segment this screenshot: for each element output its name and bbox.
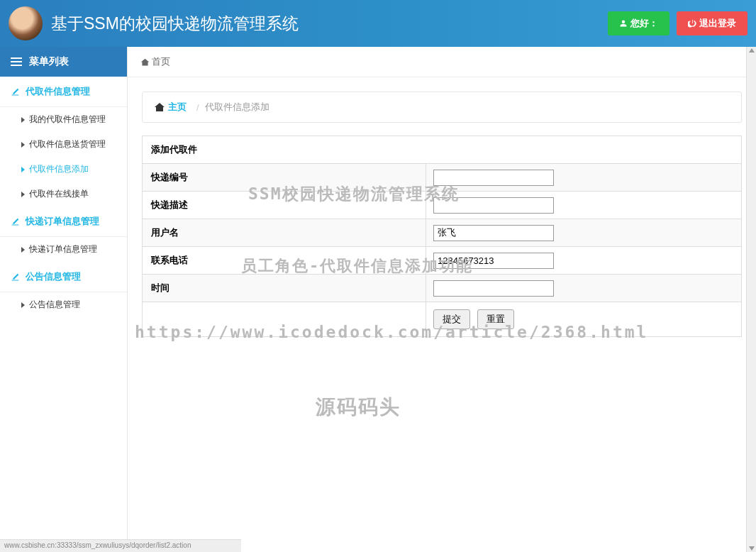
breadcrumb-panel: 主页 / 代取件信息添加	[142, 92, 742, 123]
menu-item-notice-mgmt[interactable]: 公告信息管理	[0, 292, 127, 317]
menu-item-accept-online[interactable]: 代取件在线接单	[0, 182, 127, 206]
content: 首页 主页 / 代取件信息添加 添加代取件 快递编号 快递描述	[128, 47, 756, 552]
menu-category-label: 代取件信息管理	[26, 85, 90, 98]
form-title: 添加代取件	[143, 136, 742, 164]
logout-label: 退出登录	[699, 17, 736, 30]
main-wrapper: 菜单列表 代取件信息管理 我的代取件信息管理 代取件信息送货管理 代取件信息添加…	[0, 47, 756, 552]
caret-icon	[21, 302, 25, 308]
caret-icon	[21, 192, 25, 197]
input-express-desc[interactable]	[433, 197, 554, 214]
sidebar: 菜单列表 代取件信息管理 我的代取件信息管理 代取件信息送货管理 代取件信息添加…	[0, 47, 128, 552]
sidebar-header-label: 菜单列表	[29, 55, 69, 68]
home-icon	[140, 57, 150, 67]
user-icon	[619, 19, 628, 28]
menu-item-add-pickup[interactable]: 代取件信息添加	[0, 157, 127, 182]
content-body: 主页 / 代取件信息添加 添加代取件 快递编号 快递描述 用户名	[128, 77, 756, 552]
form-table: 添加代取件 快递编号 快递描述 用户名 联系电话	[142, 136, 742, 337]
label-phone: 联系电话	[143, 247, 426, 275]
input-username[interactable]	[433, 225, 554, 241]
input-express-no[interactable]	[433, 170, 554, 186]
edit-icon	[11, 217, 20, 226]
scrollbar[interactable]	[746, 47, 756, 552]
caret-icon	[21, 247, 25, 253]
menu-item-label: 快递订单信息管理	[29, 243, 97, 255]
label-express-desc: 快递描述	[143, 192, 426, 219]
label-time: 时间	[143, 275, 426, 302]
breadcrumb-top: 首页	[128, 47, 756, 77]
breadcrumb-home-link[interactable]: 主页	[168, 101, 187, 114]
avatar	[9, 6, 43, 40]
submit-button[interactable]: 提交	[433, 309, 470, 329]
breadcrumb-home-label[interactable]: 首页	[152, 55, 170, 68]
input-time[interactable]	[433, 280, 554, 297]
edit-icon	[11, 272, 20, 282]
svg-rect-0	[11, 57, 22, 59]
label-express-no: 快递编号	[143, 164, 426, 192]
menu-item-order-mgmt[interactable]: 快递订单信息管理	[0, 237, 127, 262]
menu-item-label: 代取件在线接单	[29, 188, 89, 200]
menu-category-label: 公告信息管理	[26, 270, 81, 283]
status-bar: www.csbishe.cn:33333/ssm_zxwuliusys/dqor…	[0, 539, 241, 552]
power-icon	[688, 19, 696, 28]
reset-button[interactable]: 重置	[477, 309, 514, 329]
menu-item-label: 我的代取件信息管理	[29, 114, 106, 126]
breadcrumb-current: 代取件信息添加	[205, 101, 269, 114]
logout-button[interactable]: 退出登录	[677, 11, 747, 35]
caret-icon	[21, 117, 25, 123]
menu-item-label: 代取件信息送货管理	[29, 138, 106, 150]
scroll-down-icon	[749, 546, 755, 551]
app-title: 基于SSM的校园快递物流管理系统	[51, 13, 608, 35]
sidebar-header: 菜单列表	[0, 47, 127, 77]
scroll-up-icon	[749, 48, 755, 53]
menu-category-notice[interactable]: 公告信息管理	[0, 262, 127, 292]
svg-rect-2	[11, 65, 22, 66]
hello-button[interactable]: 您好：	[608, 11, 669, 35]
menu-item-label: 公告信息管理	[29, 299, 80, 311]
home-icon	[154, 101, 165, 113]
input-phone[interactable]	[433, 253, 554, 269]
caret-icon	[21, 142, 25, 148]
caret-icon	[21, 167, 25, 172]
menu-category-pickup[interactable]: 代取件信息管理	[0, 77, 127, 107]
menu-item-my-pickup[interactable]: 我的代取件信息管理	[0, 107, 127, 132]
svg-rect-1	[11, 61, 22, 62]
menu-item-label: 代取件信息添加	[29, 163, 89, 175]
navbar: 基于SSM的校园快递物流管理系统 您好： 退出登录	[0, 0, 756, 47]
menu-item-delivery[interactable]: 代取件信息送货管理	[0, 132, 127, 157]
hello-label: 您好：	[630, 17, 658, 30]
menu-category-orders[interactable]: 快递订单信息管理	[0, 206, 127, 237]
breadcrumb-sep: /	[196, 102, 199, 113]
label-username: 用户名	[143, 219, 426, 247]
menu-category-label: 快递订单信息管理	[26, 215, 99, 228]
edit-icon	[11, 87, 20, 96]
menu-icon	[11, 57, 22, 66]
